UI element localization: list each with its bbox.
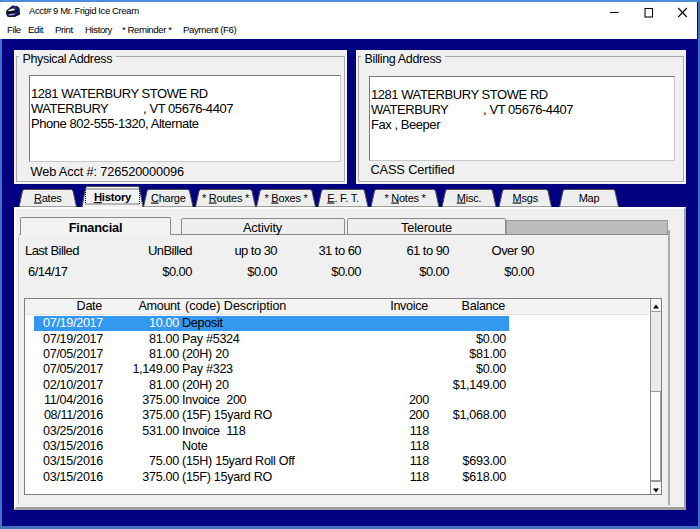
svg-text:Charge: Charge bbox=[151, 192, 186, 204]
svg-text:Rates: Rates bbox=[34, 192, 62, 204]
svg-text:E. F. T.: E. F. T. bbox=[327, 192, 359, 204]
svg-text:History: History bbox=[94, 191, 132, 203]
svg-text:Map: Map bbox=[579, 192, 600, 204]
svg-text:* Boxes *: * Boxes * bbox=[264, 192, 308, 204]
svg-text:Misc.: Misc. bbox=[457, 192, 482, 204]
svg-text:* Notes *: * Notes * bbox=[384, 192, 426, 204]
svg-text:* Routes *: * Routes * bbox=[202, 192, 250, 204]
svg-text:Msgs: Msgs bbox=[513, 192, 539, 204]
